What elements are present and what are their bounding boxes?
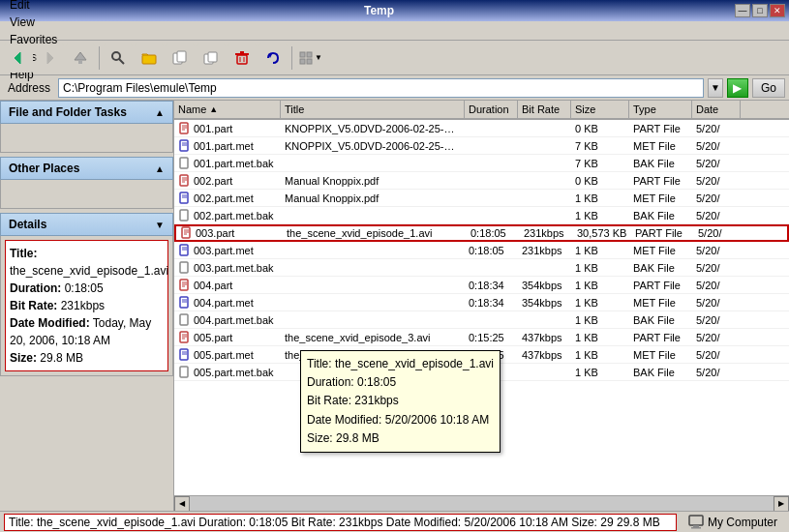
table-row[interactable]: 003.part.met.bak1 KBBAK File5/20/ bbox=[174, 259, 789, 277]
svg-rect-45 bbox=[180, 262, 188, 273]
menubar: FileEditViewFavoritesToolsHelp bbox=[0, 21, 789, 41]
address-go-button[interactable]: Go bbox=[752, 78, 785, 98]
other-places-arrow: ▲ bbox=[155, 163, 165, 174]
col-header-date[interactable]: Date bbox=[692, 101, 741, 118]
details-box: Title: the_scene_xvid_episode_1.avi Dura… bbox=[5, 240, 168, 371]
address-go-forward[interactable]: ▶ bbox=[727, 78, 748, 98]
file-folder-tasks-content bbox=[0, 124, 173, 153]
table-row[interactable]: 001.part.met.bak7 KBBAK File5/20/ bbox=[174, 155, 789, 172]
addressbar: Address ▼ ▶ Go bbox=[0, 75, 789, 101]
details-duration: Duration: 0:18:05 bbox=[10, 280, 164, 297]
copy-button[interactable] bbox=[197, 44, 226, 73]
svg-rect-61 bbox=[180, 367, 188, 377]
svg-rect-12 bbox=[237, 55, 247, 64]
svg-point-4 bbox=[112, 52, 120, 60]
svg-rect-37 bbox=[180, 210, 188, 221]
forward-button[interactable] bbox=[35, 44, 64, 73]
scroll-right-button[interactable]: ▶ bbox=[774, 496, 789, 512]
file-folder-tasks-section: File and Folder Tasks ▲ bbox=[0, 101, 173, 153]
move-button[interactable] bbox=[166, 44, 195, 73]
window-title: Temp bbox=[23, 4, 735, 17]
details-arrow: ▼ bbox=[155, 220, 165, 230]
svg-rect-29 bbox=[180, 158, 188, 168]
table-row[interactable]: 005.partthe_scene_xvid_episode_3.avi0:15… bbox=[174, 329, 789, 346]
horizontal-scrollbar[interactable]: ◀ ▶ bbox=[174, 495, 789, 511]
file-list-header: Name▲TitleDurationBit RateSizeTypeDate bbox=[174, 101, 789, 120]
svg-rect-8 bbox=[177, 51, 186, 62]
tooltip-duration: Duration: 0:18:05 bbox=[307, 373, 494, 392]
views-button[interactable]: ▼ bbox=[296, 47, 325, 69]
other-places-content bbox=[0, 180, 173, 209]
titlebar: Temp — □ ✕ bbox=[0, 0, 789, 21]
toolbar: ▼ bbox=[0, 41, 789, 75]
table-row[interactable]: 003.partthe_scene_xvid_episode_1.avi0:18… bbox=[174, 224, 789, 242]
table-row[interactable]: 003.part.met0:18:05231kbps1 KBMET File5/… bbox=[174, 242, 789, 259]
svg-marker-2 bbox=[75, 52, 86, 60]
separator-1 bbox=[99, 46, 100, 70]
maximize-button[interactable]: □ bbox=[752, 4, 768, 17]
undo-button[interactable] bbox=[258, 44, 288, 73]
col-header-name[interactable]: Name▲ bbox=[174, 101, 281, 118]
close-button[interactable]: ✕ bbox=[770, 4, 785, 17]
menu-item-edit[interactable]: Edit bbox=[4, 0, 63, 14]
other-places-header[interactable]: Other Places ▲ bbox=[0, 157, 173, 180]
scroll-left-button[interactable]: ◀ bbox=[174, 496, 190, 512]
address-input[interactable] bbox=[58, 78, 704, 98]
menu-item-view[interactable]: View bbox=[4, 14, 63, 31]
table-row[interactable]: 004.part.met.bak1 KBBAK File5/20/ bbox=[174, 311, 789, 329]
table-row[interactable]: 002.partManual Knoppix.pdf0 KBPART File5… bbox=[174, 172, 789, 190]
address-label: Address bbox=[4, 81, 54, 95]
svg-rect-19 bbox=[307, 52, 312, 57]
table-row[interactable]: 001.part.metKNOPPIX_V5.0DVD-2006-02-25-E… bbox=[174, 137, 789, 155]
scroll-track[interactable] bbox=[190, 496, 774, 512]
table-row[interactable]: 002.part.met.bak1 KBBAK File5/20/ bbox=[174, 207, 789, 224]
col-header-size[interactable]: Size bbox=[571, 101, 629, 118]
delete-button[interactable] bbox=[228, 44, 257, 73]
tooltip-size: Size: 29.8 MB bbox=[307, 429, 494, 448]
other-places-label: Other Places bbox=[9, 162, 79, 175]
statusbar: Title: the_scene_xvid_episode_1.avi Dura… bbox=[0, 511, 789, 532]
status-text: Title: the_scene_xvid_episode_1.avi Dura… bbox=[4, 514, 677, 531]
computer-icon bbox=[688, 515, 704, 530]
svg-rect-21 bbox=[307, 59, 312, 64]
svg-rect-63 bbox=[693, 525, 699, 527]
details-header[interactable]: Details ▼ bbox=[0, 213, 173, 236]
file-folder-tasks-header[interactable]: File and Folder Tasks ▲ bbox=[0, 101, 173, 124]
svg-rect-6 bbox=[142, 55, 156, 64]
svg-rect-53 bbox=[180, 314, 188, 325]
svg-rect-62 bbox=[689, 516, 703, 525]
search-button[interactable] bbox=[104, 44, 133, 73]
back-button[interactable] bbox=[4, 44, 33, 73]
svg-line-5 bbox=[119, 59, 124, 64]
table-row[interactable]: 004.part0:18:34354kbps1 KBPART File5/20/ bbox=[174, 277, 789, 294]
window-controls: — □ ✕ bbox=[735, 4, 785, 17]
tooltip-bitrate: Bit Rate: 231kbps bbox=[307, 392, 494, 410]
svg-rect-20 bbox=[300, 59, 305, 64]
table-row[interactable]: 002.part.metManual Knoppix.pdf1 KBMET Fi… bbox=[174, 190, 789, 207]
address-dropdown-arrow[interactable]: ▼ bbox=[708, 78, 723, 98]
col-header-duration[interactable]: Duration bbox=[465, 101, 518, 118]
table-row[interactable]: 004.part.met0:18:34354kbps1 KBMET File5/… bbox=[174, 294, 789, 311]
col-header-title[interactable]: Title bbox=[281, 101, 465, 118]
left-panel: File and Folder Tasks ▲ Other Places ▲ D… bbox=[0, 101, 174, 511]
folders-button[interactable] bbox=[135, 44, 164, 73]
main-area: File and Folder Tasks ▲ Other Places ▲ D… bbox=[0, 101, 789, 511]
file-folder-tasks-label: File and Folder Tasks bbox=[9, 105, 127, 119]
other-places-section: Other Places ▲ bbox=[0, 157, 173, 209]
details-label: Details bbox=[9, 218, 46, 231]
details-content: Title: the_scene_xvid_episode_1.avi Dura… bbox=[0, 236, 173, 376]
details-title: Title: the_scene_xvid_episode_1.avi bbox=[10, 245, 164, 280]
tooltip-modified: Date Modified: 5/20/2006 10:18 AM bbox=[307, 411, 494, 429]
minimize-button[interactable]: — bbox=[735, 4, 750, 17]
svg-marker-0 bbox=[15, 52, 20, 64]
separator-2 bbox=[291, 46, 292, 70]
up-button[interactable] bbox=[66, 44, 95, 73]
col-header-type[interactable]: Type bbox=[629, 101, 692, 118]
status-computer: My Computer bbox=[681, 515, 785, 530]
tooltip-title: Title: the_scene_xvid_episode_1.avi bbox=[307, 355, 494, 373]
details-size: Size: 29.8 MB bbox=[10, 349, 164, 367]
details-bitrate: Bit Rate: 231kbps bbox=[10, 297, 164, 314]
table-row[interactable]: 001.partKNOPPIX_V5.0DVD-2006-02-25-EN.is… bbox=[174, 120, 789, 137]
details-section: Details ▼ Title: the_scene_xvid_episode_… bbox=[0, 213, 173, 376]
col-header-bitrate[interactable]: Bit Rate bbox=[518, 101, 571, 118]
